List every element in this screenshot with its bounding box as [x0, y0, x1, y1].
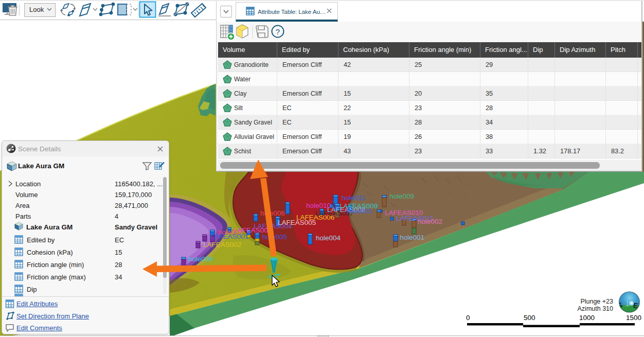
svg-text:1500: 1500: [626, 314, 641, 322]
svg-text:hole009: hole009: [389, 192, 414, 200]
svg-text:hole003: hole003: [347, 207, 371, 215]
svg-text:Azimuth 310: Azimuth 310: [578, 305, 614, 312]
svg-text:hole011: hole011: [342, 194, 366, 202]
svg-text:1000: 1000: [579, 314, 595, 322]
svg-text:hole001: hole001: [400, 234, 424, 241]
svg-text:hole005: hole005: [262, 233, 287, 241]
svg-text:LAFEAS002: LAFEAS002: [203, 241, 241, 249]
svg-text:500: 500: [524, 314, 535, 322]
svg-text:hole006: hole006: [260, 209, 285, 217]
svg-text:hole002: hole002: [418, 218, 442, 225]
svg-text:Plunge +23: Plunge +23: [580, 298, 613, 305]
svg-text:hole004: hole004: [316, 234, 341, 242]
svg-text:0: 0: [466, 314, 470, 322]
svg-text:hole008: hole008: [188, 255, 213, 263]
